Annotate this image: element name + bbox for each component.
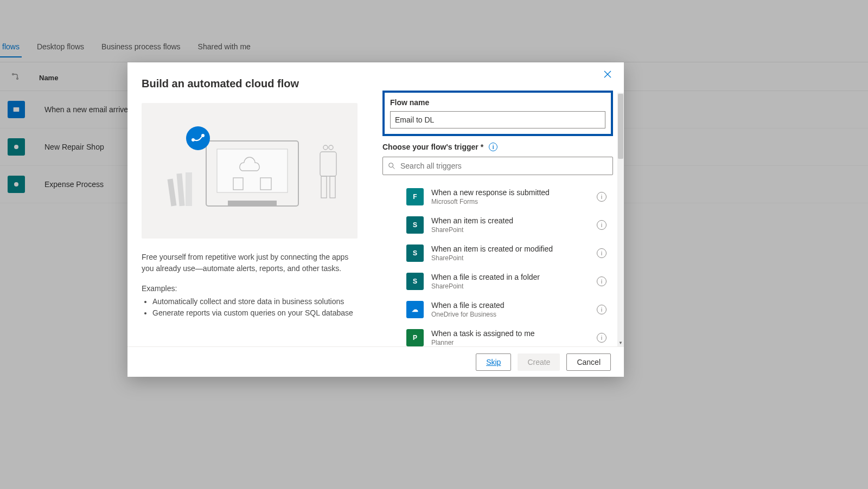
modal-right-panel: Flow name Choose your flow's trigger * i… <box>372 62 624 346</box>
trigger-connector: Microsoft Forms <box>431 198 597 205</box>
trigger-option[interactable]: S When an item is created SharePoint i <box>382 211 613 239</box>
trigger-title: When a task is assigned to me <box>431 329 597 338</box>
scroll-thumb[interactable] <box>618 94 623 159</box>
info-icon[interactable]: i <box>597 248 607 258</box>
examples-list: Automatically collect and store data in … <box>152 296 358 319</box>
sharepoint-icon: S <box>406 216 424 234</box>
skip-button[interactable]: Skip <box>476 353 511 371</box>
onedrive-icon: ☁ <box>406 301 424 318</box>
svg-point-21 <box>389 163 393 168</box>
scroll-down-icon[interactable]: ▼ <box>617 339 624 346</box>
flow-name-highlight: Flow name <box>382 91 613 136</box>
info-icon[interactable]: i <box>597 220 607 230</box>
sharepoint-icon: S <box>406 244 424 262</box>
trigger-connector: SharePoint <box>431 254 597 262</box>
trigger-connector: Planner <box>431 339 597 346</box>
sharepoint-icon: S <box>406 273 424 290</box>
trigger-search-box[interactable] <box>382 157 613 175</box>
trigger-option[interactable]: P When a task is assigned to me Planner … <box>382 324 613 346</box>
trigger-title: When an item is created or modified <box>431 244 597 253</box>
trigger-connector: SharePoint <box>431 282 597 290</box>
close-button[interactable] <box>599 66 616 83</box>
info-icon[interactable]: i <box>597 333 607 343</box>
trigger-connector: SharePoint <box>431 226 597 234</box>
trigger-title: When an item is created <box>431 216 597 225</box>
flow-illustration <box>142 103 358 239</box>
examples-label: Examples: <box>142 284 358 293</box>
trigger-option[interactable]: S When an item is created or modified Sh… <box>382 239 613 267</box>
trigger-label-text: Choose your flow's trigger * <box>382 143 483 151</box>
svg-point-17 <box>323 145 328 150</box>
trigger-option[interactable]: ☁ When a file is created OneDrive for Bu… <box>382 295 613 324</box>
svg-rect-19 <box>321 176 327 198</box>
info-icon[interactable]: i <box>597 192 607 202</box>
example-item: Generate reports via custom queries on y… <box>152 307 358 319</box>
trigger-option[interactable]: S When a file is created in a folder Sha… <box>382 267 613 295</box>
trigger-option[interactable]: F When a new response is submitted Micro… <box>382 183 613 211</box>
scrollbar[interactable]: ▲ ▼ <box>617 93 624 346</box>
trigger-title: When a new response is submitted <box>431 188 597 197</box>
forms-icon: F <box>406 188 424 205</box>
cancel-button[interactable]: Cancel <box>566 353 611 371</box>
trigger-connector: OneDrive for Business <box>431 311 597 318</box>
info-icon[interactable]: i <box>597 276 607 286</box>
modal-title: Build an automated cloud flow <box>142 78 358 90</box>
svg-rect-15 <box>186 172 192 206</box>
planner-icon: P <box>406 329 424 346</box>
flow-name-label: Flow name <box>390 98 605 107</box>
search-icon <box>387 162 396 170</box>
svg-rect-20 <box>330 176 335 198</box>
svg-rect-13 <box>168 179 177 207</box>
trigger-title: When a file is created in a folder <box>431 273 597 281</box>
svg-rect-16 <box>320 152 336 176</box>
trigger-search-input[interactable] <box>400 162 608 170</box>
modal-footer: Skip Create Cancel <box>127 346 624 377</box>
trigger-title: When a file is created <box>431 301 597 310</box>
trigger-list: F When a new response is submitted Micro… <box>382 183 613 346</box>
create-flow-modal: Build an automated cloud flow <box>127 62 624 377</box>
info-icon[interactable]: i <box>597 305 607 314</box>
info-icon[interactable]: i <box>489 143 497 151</box>
example-item: Automatically collect and store data in … <box>152 296 358 307</box>
flow-name-input[interactable] <box>390 111 605 128</box>
modal-description: Free yourself from repetitive work just … <box>142 252 358 274</box>
create-button[interactable]: Create <box>518 353 560 371</box>
trigger-section-label: Choose your flow's trigger * i <box>382 143 613 151</box>
svg-rect-14 <box>176 173 184 207</box>
close-icon <box>604 70 611 78</box>
svg-rect-6 <box>228 201 277 206</box>
svg-point-18 <box>329 145 333 150</box>
svg-point-10 <box>186 126 210 150</box>
modal-left-panel: Build an automated cloud flow <box>127 62 372 346</box>
